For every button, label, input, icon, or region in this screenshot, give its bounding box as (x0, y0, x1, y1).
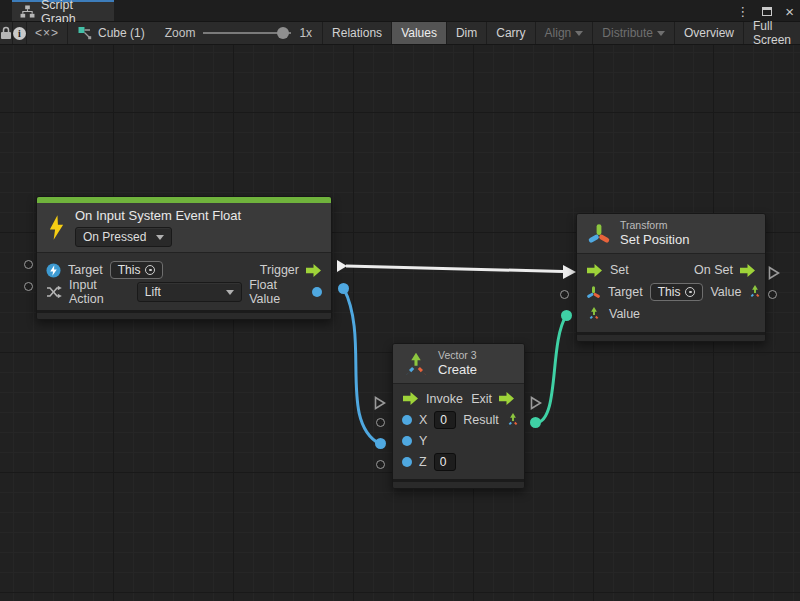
input-action-icon (46, 284, 62, 300)
button-label: Full Screen (753, 19, 791, 47)
float-type-icon (402, 415, 412, 425)
port-in-transform-value-connected[interactable] (561, 310, 572, 321)
x-value-field[interactable] (434, 411, 456, 429)
vector3-type-icon (747, 284, 763, 300)
object-picker-icon (685, 287, 695, 297)
target-self-chip[interactable]: This (110, 261, 164, 279)
close-icon[interactable]: × (785, 4, 794, 19)
port-out-transform-value[interactable] (768, 290, 777, 299)
vector3-icon (403, 351, 429, 377)
port-row-value: Value (577, 303, 765, 325)
transform-icon (586, 285, 601, 300)
toolbar-button-overview[interactable]: Overview (675, 22, 744, 44)
input-action-dropdown[interactable]: Lift (137, 282, 242, 302)
node-footer (577, 332, 765, 341)
toolbar-button-relations[interactable]: Relations (323, 22, 392, 44)
toolbar-button-values[interactable]: Values (392, 22, 447, 44)
script-graph-window: Script Graph ⋮ × i <×> Cube (1) Zoom (0, 0, 800, 601)
port-row-set: Set On Set (577, 259, 765, 281)
target-label: Target (68, 263, 103, 277)
lock-button[interactable] (0, 22, 13, 44)
node-header[interactable]: On Input System Event Float On Pressed (37, 203, 331, 253)
node-on-input-system-event-float[interactable]: On Input System Event Float On Pressed T… (36, 196, 332, 320)
node-title: Set Position (620, 232, 689, 248)
port-in-x[interactable] (376, 418, 385, 427)
info-icon: i (13, 27, 26, 40)
graph-reference-breadcrumb[interactable]: Cube (1) (68, 22, 155, 44)
value-out-label: Value (710, 285, 741, 299)
on-set-label: On Set (694, 263, 733, 277)
set-label: Set (610, 263, 629, 277)
node-category: Vector 3 (438, 349, 477, 362)
value-in-label: Value (609, 307, 640, 321)
node-header[interactable]: Transform Set Position (577, 214, 765, 254)
port-row-z: Z (393, 451, 524, 472)
code-preview-button[interactable]: <×> (27, 22, 68, 44)
port-out-on-set[interactable] (768, 266, 780, 280)
flow-arrow-icon (402, 391, 419, 406)
port-out-float-value-connected[interactable] (338, 283, 349, 294)
port-row-invoke: Invoke Exit (393, 388, 524, 409)
node-footer (37, 310, 331, 319)
vector3-type-icon (586, 306, 602, 322)
caret-down-icon (575, 31, 583, 36)
flow-arrow-icon (305, 263, 322, 278)
float-value-label: Float Value (249, 278, 306, 306)
target-label: Target (608, 285, 643, 299)
z-value-field[interactable] (434, 453, 456, 471)
node-title: On Input System Event Float (75, 208, 241, 224)
button-label: Overview (684, 26, 734, 40)
port-out-result-connected[interactable] (530, 417, 541, 428)
toolbar-button-align[interactable]: Align (536, 22, 594, 44)
trigger-label: Trigger (260, 263, 299, 277)
result-label: Result (463, 413, 498, 427)
toolbar-button-distribute[interactable]: Distribute (593, 22, 675, 44)
node-vector3-create[interactable]: Vector 3 Create Invoke Exit X Result (392, 343, 525, 489)
node-header[interactable]: Vector 3 Create (393, 344, 524, 384)
port-in-z[interactable] (376, 460, 385, 469)
port-row-x: X Result (393, 409, 524, 430)
node-set-position[interactable]: Transform Set Position Set On Set Target… (576, 213, 766, 342)
toolbar-button-carry[interactable]: Carry (487, 22, 535, 44)
target-self-chip[interactable]: This (650, 283, 704, 301)
inspect-button[interactable]: i (13, 22, 27, 44)
lock-icon (0, 26, 12, 40)
caret-down-icon (156, 235, 164, 240)
menu-kebab-icon[interactable]: ⋮ (736, 5, 749, 18)
zoom-value: 1x (299, 26, 312, 40)
z-label: Z (419, 455, 427, 469)
zoom-slider[interactable] (203, 26, 291, 40)
button-label: Values (401, 26, 437, 40)
port-out-trigger-connected[interactable] (336, 259, 348, 273)
invoke-label: Invoke (426, 392, 463, 406)
toolbar-button-dim[interactable]: Dim (447, 22, 487, 44)
float-type-icon (402, 436, 412, 446)
graph-reference-label: Cube (1) (98, 26, 145, 40)
button-label: Align (545, 26, 572, 40)
zoom-slider-knob[interactable] (277, 27, 289, 39)
float-type-icon (312, 287, 322, 297)
port-in-transform-target[interactable] (560, 290, 569, 299)
input-system-event-icon (46, 263, 61, 278)
caret-down-icon (226, 290, 234, 295)
port-in-input-action[interactable] (24, 282, 33, 291)
port-in-target[interactable] (24, 260, 33, 269)
lightning-bolt-icon (47, 215, 66, 240)
node-category: Transform (620, 219, 689, 232)
caret-down-icon (657, 31, 665, 36)
graph-asset-icon (78, 26, 92, 40)
button-label: Distribute (602, 26, 653, 40)
tab-script-graph[interactable]: Script Graph (12, 0, 114, 21)
node-body: Target This Trigger Input Action Lift (37, 253, 331, 310)
event-mode-value: On Pressed (83, 230, 146, 244)
graph-tree-icon (20, 5, 35, 18)
toolbar-button-fullscreen[interactable]: Full Screen (744, 22, 800, 44)
input-action-value: Lift (145, 285, 161, 299)
maximize-icon[interactable] (762, 7, 772, 16)
node-body: Set On Set Target This Value (577, 254, 765, 332)
event-mode-dropdown[interactable]: On Pressed (75, 227, 172, 247)
chip-label: This (658, 285, 681, 299)
port-in-y-connected[interactable] (375, 438, 386, 449)
port-in-invoke[interactable] (374, 396, 386, 410)
port-out-exit[interactable] (530, 396, 542, 410)
